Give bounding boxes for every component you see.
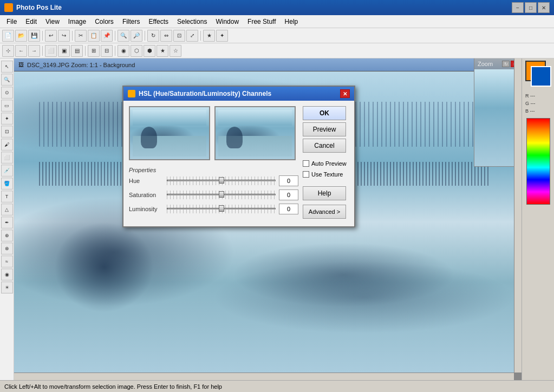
tool-magic-wand[interactable]: ✦: [1, 113, 13, 125]
menu-selections[interactable]: Selections: [173, 17, 211, 27]
tool-fill[interactable]: 🪣: [1, 178, 13, 190]
preview-button[interactable]: Preview: [303, 122, 346, 136]
toolbar-canvas2[interactable]: ▣: [58, 45, 70, 57]
tool-blur[interactable]: ◉: [1, 269, 13, 280]
tool-clone[interactable]: ⊕: [1, 230, 13, 241]
app-icon: [4, 3, 13, 12]
fg-color-swatch[interactable]: [531, 66, 551, 87]
toolbar-cut[interactable]: ✂: [75, 30, 87, 42]
left-toolbar: ↖ 🔍 ⊙ ▭ ✦ ⊡ 🖌 ⬜ 💉 🪣 T △ ✒ ⊕ ⊗ ≈ ◉ ☀: [0, 58, 14, 380]
toolbar-guide[interactable]: ⊟: [101, 45, 113, 57]
toolbar-effect1[interactable]: ★: [203, 30, 215, 42]
app-title: Photo Pos Lite: [16, 4, 62, 11]
toolbar-copy[interactable]: 📋: [88, 30, 100, 42]
toolbar-save[interactable]: 💾: [28, 30, 40, 42]
use-texture-row: Use Texture: [303, 171, 349, 178]
menu-colors[interactable]: Colors: [90, 17, 118, 27]
toolbar-undo[interactable]: ↩: [45, 30, 57, 42]
maximize-button[interactable]: □: [525, 2, 537, 13]
menu-free-stuff[interactable]: Free Stuff: [243, 17, 280, 27]
tool-text[interactable]: T: [1, 191, 13, 202]
toolbar-sep-4: [145, 31, 145, 41]
tool-smudge[interactable]: ≈: [1, 256, 13, 267]
toolbar-select[interactable]: ⊹: [2, 45, 14, 57]
help-button[interactable]: Help: [303, 186, 346, 200]
use-texture-checkbox[interactable]: [303, 171, 309, 178]
saturation-slider[interactable]: [167, 191, 276, 199]
toolbar-flip[interactable]: ⇔: [160, 30, 172, 42]
toolbar-action4[interactable]: ★: [157, 45, 168, 57]
auto-preview-label: Auto Preview: [311, 160, 347, 167]
toolbar-action3[interactable]: ⬢: [144, 45, 155, 57]
luminosity-value[interactable]: 0: [279, 204, 298, 214]
tool-zoom[interactable]: 🔍: [1, 74, 13, 86]
tool-eyedropper[interactable]: 💉: [1, 165, 13, 177]
menu-help[interactable]: Help: [281, 17, 303, 27]
toolbar-canvas3[interactable]: ▤: [71, 45, 83, 57]
toolbar-paste[interactable]: 📌: [101, 30, 113, 42]
toolbar-open[interactable]: 📂: [15, 30, 27, 42]
dialog-title: HSL (Hue/Saturation/Luminosity) Channels: [139, 90, 271, 97]
toolbar-zoom-in[interactable]: 🔍: [118, 30, 129, 42]
menu-window[interactable]: Window: [211, 17, 243, 27]
menu-filters[interactable]: Filters: [118, 17, 145, 27]
toolbar-crop[interactable]: ⊡: [173, 30, 185, 42]
cancel-button[interactable]: Cancel: [303, 139, 346, 153]
toolbar-action1[interactable]: ◉: [118, 45, 129, 57]
toolbar-grid[interactable]: ⊞: [88, 45, 100, 57]
toolbar-sep-8: [115, 46, 115, 56]
toolbar-action5[interactable]: ☆: [170, 45, 181, 57]
title-bar-controls: − □ ✕: [512, 2, 550, 13]
advanced-button[interactable]: Advanced >: [303, 205, 346, 219]
toolbar-zoom-out[interactable]: 🔎: [131, 30, 142, 42]
toolbar-sep-2: [72, 31, 73, 41]
menu-effects[interactable]: Effects: [145, 17, 173, 27]
close-button[interactable]: ✕: [538, 2, 550, 13]
toolbar-nav-left[interactable]: ←: [15, 45, 27, 57]
hue-value[interactable]: 0: [279, 175, 298, 186]
saturation-row: Saturation 0: [129, 190, 298, 200]
toolbar-effect2[interactable]: ✦: [216, 30, 228, 42]
saturation-thumb[interactable]: [219, 191, 224, 198]
canvas-area[interactable]: 🖼 DSC_3149.JPG Zoom: 1:1 - Background _ …: [14, 58, 522, 380]
luminosity-slider[interactable]: [167, 205, 276, 213]
tool-lasso[interactable]: ⊙: [1, 87, 13, 99]
menu-view[interactable]: View: [41, 17, 64, 27]
tool-rect-select[interactable]: ▭: [1, 100, 13, 112]
toolbar-canvas[interactable]: ⬜: [45, 45, 57, 57]
toolbar-new[interactable]: 📄: [2, 30, 14, 42]
minimize-button[interactable]: −: [512, 2, 524, 13]
tool-crop[interactable]: ⊡: [1, 126, 13, 138]
tool-heal[interactable]: ⊗: [1, 243, 13, 254]
ok-button[interactable]: OK: [303, 106, 346, 120]
toolbar-sep-6: [42, 46, 43, 56]
tool-brush[interactable]: 🖌: [1, 139, 13, 151]
toolbar-action2[interactable]: ⬡: [131, 45, 142, 57]
hue-thumb[interactable]: [219, 177, 224, 184]
dialog-close-button[interactable]: ✕: [340, 89, 350, 98]
tool-select-arrow[interactable]: ↖: [1, 61, 13, 73]
tool-pen[interactable]: ✒: [1, 217, 13, 228]
luminosity-thumb[interactable]: [219, 205, 224, 212]
toolbar-redo[interactable]: ↪: [58, 30, 70, 42]
right-panel: R --- G --- B ---: [522, 58, 554, 380]
color-spectrum[interactable]: [526, 118, 550, 205]
auto-preview-checkbox[interactable]: [303, 160, 309, 167]
toolbar-nav-right[interactable]: →: [28, 45, 40, 57]
b-value: B ---: [524, 108, 535, 114]
menu-image[interactable]: Image: [64, 17, 90, 27]
properties-label: Properties: [129, 167, 298, 173]
toolbar-resize[interactable]: ⤢: [186, 30, 198, 42]
tool-eraser[interactable]: ⬜: [1, 152, 13, 164]
menu-edit[interactable]: Edit: [21, 17, 41, 27]
toolbar-rotate[interactable]: ↻: [147, 30, 159, 42]
hue-slider[interactable]: [167, 177, 276, 185]
dialog-icon: [128, 90, 135, 97]
menu-file[interactable]: File: [2, 17, 21, 27]
tool-dodge[interactable]: ☀: [1, 282, 13, 293]
tool-shape[interactable]: △: [1, 204, 13, 215]
toolbar-1: 📄 📂 💾 ↩ ↪ ✂ 📋 📌 🔍 🔎 ↻ ⇔ ⊡ ⤢ ★ ✦: [0, 28, 554, 43]
saturation-value[interactable]: 0: [279, 190, 298, 200]
bottom-bar: Click Left/+Alt to move/transform select…: [0, 380, 554, 392]
dialog-overlay: HSL (Hue/Saturation/Luminosity) Channels…: [14, 58, 522, 380]
